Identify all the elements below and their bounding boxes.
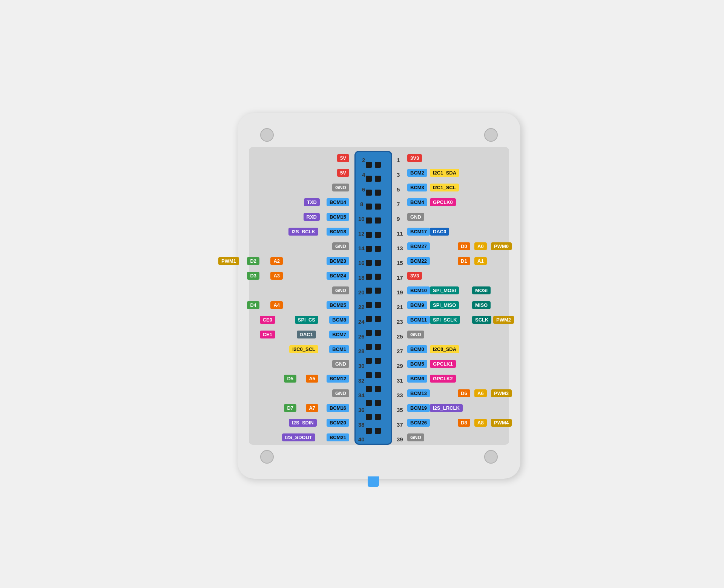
pin xyxy=(375,428,381,434)
label-sclk-pin23: SCLK xyxy=(472,316,491,324)
pin xyxy=(366,162,372,168)
pin xyxy=(375,204,381,210)
label-bcm9-pin21: BCM9 xyxy=(407,301,427,309)
pin-num-25: 25 xyxy=(397,333,403,340)
pin-num-27: 27 xyxy=(397,348,403,354)
label-bcm7-pin26: BCM7 xyxy=(329,331,349,338)
pin xyxy=(375,302,381,308)
label-bcm12-pin32: BCM12 xyxy=(327,375,349,383)
pin-num-18: 18 xyxy=(358,274,365,281)
label-gnd-pin14: GND xyxy=(332,242,349,250)
pin-num-22: 22 xyxy=(358,304,365,310)
pin-num-34: 34 xyxy=(358,392,365,398)
label-d7-pin36: D7 xyxy=(284,404,296,412)
label-bcm3-pin5: BCM3 xyxy=(407,184,427,191)
pin xyxy=(366,386,372,392)
pin-num-10: 10 xyxy=(358,216,365,222)
pin-num-11: 11 xyxy=(397,230,403,237)
label-i2c0sda-pin27: I2C0_SDA xyxy=(430,345,459,353)
label-gnd-pin20: GND xyxy=(332,286,349,294)
label-bcm17-pin11: BCM17 xyxy=(407,228,430,236)
label-d0-pin13: D0 xyxy=(458,242,470,250)
label-bcm6-pin31: BCM6 xyxy=(407,375,427,383)
label-i2c1sda-pin3: I2C1_SDA xyxy=(430,169,459,177)
pin-num-24: 24 xyxy=(358,318,365,325)
pin xyxy=(366,344,372,350)
pin-row-17 xyxy=(366,382,381,395)
label-gnd-pin39: GND xyxy=(407,433,424,441)
label-bcm0-pin27: BCM0 xyxy=(407,345,427,353)
pin-num-21: 21 xyxy=(397,304,403,310)
mount-hole-tr xyxy=(484,128,498,142)
label-gnd-pin25: GND xyxy=(407,331,424,338)
pin-num-29: 29 xyxy=(397,363,403,369)
label-mosi-pin19: MOSI xyxy=(472,286,491,294)
label-bcm23-pin16: BCM23 xyxy=(327,257,349,265)
pin-num-7: 7 xyxy=(397,201,400,207)
label-spisclk-pin23: SPI_SCLK xyxy=(430,316,460,324)
label-gnd-pin6: GND xyxy=(332,184,349,191)
label-gnd-pin34: GND xyxy=(332,389,349,397)
label-pwm1: PWM1 xyxy=(218,257,239,265)
pin xyxy=(375,274,381,280)
label-pwm4-pin37: PWM4 xyxy=(491,419,512,427)
label-3v3-pin1: 3V3 xyxy=(407,154,422,162)
label-bcm19-pin35: BCM19 xyxy=(407,404,430,412)
pin-num-32: 32 xyxy=(358,377,365,384)
label-d4: D4 xyxy=(247,301,259,309)
mount-hole-tl xyxy=(260,128,274,142)
label-txd-pin8: TXD xyxy=(304,198,320,206)
label-bcm20-pin38: BCM20 xyxy=(327,419,349,427)
pin-row-10 xyxy=(366,284,381,297)
label-5v-pin4: 5V xyxy=(337,169,349,177)
pin-num-6: 6 xyxy=(362,186,365,193)
label-spimiso-pin21: SPI_MISO xyxy=(430,301,459,309)
pin xyxy=(375,232,381,238)
label-bcm14-pin8: BCM14 xyxy=(327,198,349,206)
label-bcm1-pin28: BCM1 xyxy=(329,345,349,353)
mount-hole-bl xyxy=(260,450,274,464)
label-bcm2-pin3: BCM2 xyxy=(407,169,427,177)
pin xyxy=(366,302,372,308)
pin xyxy=(366,288,372,294)
pin xyxy=(366,316,372,322)
label-3v3-pin17: 3V3 xyxy=(407,272,422,280)
pin xyxy=(366,190,372,196)
label-gnd-pin30: GND xyxy=(332,360,349,368)
label-d2: D2 xyxy=(247,257,259,265)
label-gnd-pin9: GND xyxy=(407,213,424,221)
pin xyxy=(375,330,381,336)
pin-num-33: 33 xyxy=(397,392,403,398)
label-bcm27-pin13: BCM27 xyxy=(407,242,430,250)
label-pwm3-pin33: PWM3 xyxy=(491,389,512,397)
pin xyxy=(375,288,381,294)
connector-tab xyxy=(368,476,379,487)
pin-num-30: 30 xyxy=(358,363,365,369)
pin-num-9: 9 xyxy=(397,216,400,222)
pin xyxy=(375,414,381,420)
pin xyxy=(366,428,372,434)
label-a0-pin13: A0 xyxy=(474,242,487,250)
pin xyxy=(375,217,381,224)
pin-num-31: 31 xyxy=(397,377,403,384)
main-layout: 2 4 6 8 10 12 14 16 18 20 22 24 26 28 30… xyxy=(155,87,569,501)
label-5v-pin2: 5V xyxy=(337,154,349,162)
label-bcm15-pin10: BCM15 xyxy=(327,213,349,221)
label-bcm25-pin22: BCM25 xyxy=(327,301,349,309)
pin-num-12: 12 xyxy=(358,230,365,237)
label-bcm22-pin15: BCM22 xyxy=(407,257,430,265)
pin-num-8: 8 xyxy=(360,201,363,207)
mount-hole-br xyxy=(484,450,498,464)
pin xyxy=(366,400,372,406)
label-d5-pin32: D5 xyxy=(284,375,296,383)
label-ce0-pin24: CE0 xyxy=(260,316,275,324)
label-i2c0scl-pin28: I2C0_SCL xyxy=(289,345,318,353)
pin xyxy=(375,246,381,252)
label-dac0-pin11: DAC0 xyxy=(430,228,449,236)
pin xyxy=(366,217,372,224)
label-bcm18-pin12: BCM18 xyxy=(327,228,349,236)
label-rxd-pin10: RXD xyxy=(304,213,320,221)
label-gpclk2-pin31: GPCLK2 xyxy=(430,375,456,383)
pin xyxy=(375,190,381,196)
pin xyxy=(375,176,381,182)
